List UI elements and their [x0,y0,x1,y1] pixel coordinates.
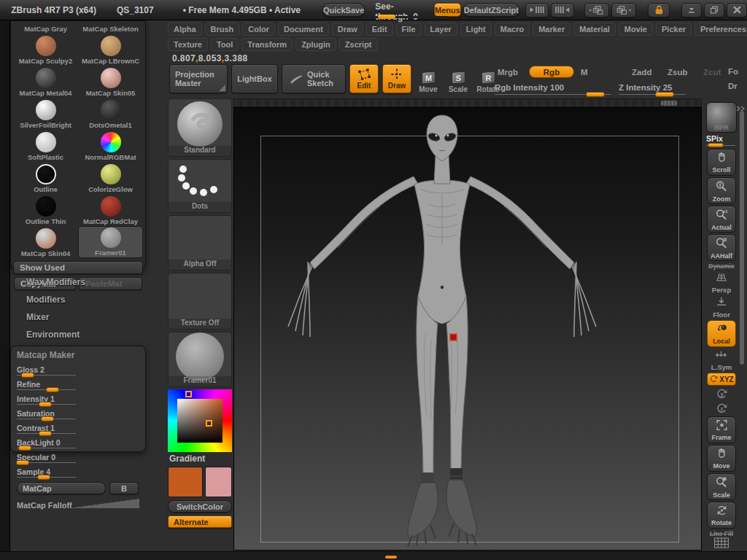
edit-mode-button[interactable]: Edit [349,64,379,93]
projection-master-button[interactable]: Projection Master [169,64,228,93]
menu-preferences[interactable]: Preferences [694,23,747,36]
rgb-button[interactable]: Rgb [529,66,574,78]
matcap-falloff-curve[interactable]: MatCap Falloff [17,498,139,510]
menu-picker[interactable]: Picker [656,23,692,36]
secondary-color-swatch[interactable] [205,467,232,497]
menu-marker[interactable]: Marker [533,23,570,36]
canvas-scroll-handle[interactable] [661,101,677,106]
material-dotsometal1[interactable]: DotsOmetal1 [78,98,143,130]
rgb-intensity-handle[interactable] [586,92,605,97]
b-button[interactable]: B [109,482,139,494]
mm-slider-handle[interactable] [37,475,50,480]
material-matcap-lbrownc[interactable]: MatCap LBrownC [78,34,143,66]
subpalette-modifiers[interactable]: Modifiers [26,295,85,312]
spix-handle[interactable] [708,143,724,147]
scale-mode-button[interactable]: S Scale [445,64,471,93]
mm-slider-saturation[interactable]: Saturation [17,406,76,421]
actual-button[interactable]: x1Actual [707,206,736,233]
material-matcap-skin04[interactable]: MatCap Skin04 [13,226,78,258]
lightbox-button[interactable]: LightBox [231,64,278,93]
material-softplastic[interactable]: SoftPlastic [13,130,78,162]
menu-macro[interactable]: Macro [495,23,530,36]
current-brush-thumbnail[interactable]: Standard [168,98,232,157]
alternate-button[interactable]: Alternate [168,516,232,528]
menu-layer[interactable]: Layer [425,23,457,36]
saturation-value-square[interactable] [177,399,222,443]
material-matcap-metal04[interactable]: MatCap Metal04 [13,66,78,98]
mm-slider-specular-0[interactable]: Specular 0 [17,450,76,464]
mm-slider-intensity-1[interactable]: Intensity 1 [17,392,76,406]
document-canvas[interactable] [233,107,702,551]
next-ui-layout-button[interactable] [611,3,636,18]
mm-slider-backlight-0[interactable]: BackLight 0 [17,435,76,450]
subpalette-environment[interactable]: Environment [26,330,85,347]
move-3d-button[interactable]: Move [707,445,736,472]
mm-slider-sample-4[interactable]: Sample 4 [17,464,76,479]
zadd-button[interactable]: Zadd [627,66,661,78]
material-normalrgbmat[interactable]: NormalRGBMat [78,130,143,162]
scale-3d-button[interactable]: Scale [707,473,736,500]
hue-marker[interactable] [185,391,192,397]
main-color-swatch[interactable] [168,467,203,497]
lock-icon[interactable] [648,3,670,18]
move-mode-button[interactable]: M Move [415,64,441,93]
zcut-button[interactable]: Zcut [699,66,729,78]
local-button[interactable]: Local [707,320,736,347]
bpr-button[interactable]: BPR [706,102,737,133]
matcap-button[interactable]: MatCap [17,482,106,494]
paste-mat-button[interactable]: PasteMat [79,277,142,290]
menu-light[interactable]: Light [460,23,492,36]
spin-z-icon[interactable]: z [715,402,729,415]
rgb-intensity-slider[interactable]: Rgb Intensity 100 [495,80,611,95]
lsym-button[interactable]: L.Sym [711,349,732,371]
stroke-type-thumbnail[interactable]: Dots [168,159,232,213]
subpalette-wax-modifiers[interactable]: Wax Modifiers [26,277,85,295]
current-material-thumbnail[interactable]: Framer01 [168,332,232,387]
quick-sketch-button[interactable]: Quick Sketch [282,64,346,93]
polygroup-marker[interactable] [450,334,457,341]
bottom-tray-handle[interactable] [385,556,397,559]
close-icon[interactable] [727,3,747,18]
right-scrollbar[interactable] [740,111,744,365]
zsub-button[interactable]: Zsub [663,66,697,78]
spix-slider[interactable]: SPix [706,134,737,147]
mm-slider-gloss-2[interactable]: Gloss 2 [17,362,76,377]
rotate-3d-button[interactable]: Rotate [707,502,736,529]
material-outline[interactable]: Outline [13,162,78,194]
material-silverfoilbright[interactable]: SilverFoilBright [13,98,78,130]
menu-zplugin[interactable]: Zplugin [295,38,336,51]
material-matcap-gray[interactable]: MatCap Gray [13,22,78,34]
alpha-thumbnail[interactable]: Alpha Off [168,215,232,271]
menu-color[interactable]: Color [242,23,275,36]
persp-button[interactable]: DynamicPersp [708,262,734,294]
alien-3d-model[interactable] [234,108,703,551]
frame-button[interactable]: Frame [707,416,736,443]
sv-marker[interactable] [206,420,212,427]
material-framer01[interactable]: Framer01 [78,226,143,258]
canvas-top-scrollbar[interactable] [233,98,702,107]
previous-ui-layout-button[interactable] [584,3,609,18]
menu-movie[interactable]: Movie [619,23,653,36]
spin-y-icon[interactable]: y [715,387,729,400]
menu-texture[interactable]: Texture [168,38,208,51]
menu-document[interactable]: Document [278,23,329,36]
slide-panel-left-button[interactable] [525,3,549,18]
show-used-button[interactable]: Show Used [13,261,143,274]
z-intensity-slider[interactable]: Z Intensity 25 [619,80,686,95]
aahalf-button[interactable]: AAHalf [707,234,736,261]
restore-window-button[interactable] [704,3,724,18]
menu-file[interactable]: File [396,23,422,36]
mrgb-button[interactable]: Mrgb [493,66,527,78]
material-colorizeglow[interactable]: ColorizeGlow [78,162,143,194]
material-matcap-skin05[interactable]: MatCap Skin05 [78,66,143,98]
z-intensity-handle[interactable] [655,92,674,97]
see-through-handle[interactable] [378,15,395,19]
zoom-button[interactable]: Zoom [707,177,736,204]
mm-slider-contrast-1[interactable]: Contrast 1 [17,421,76,435]
slide-panel-right-button[interactable] [551,3,574,18]
menu-material[interactable]: Material [573,23,616,36]
minimize-button[interactable] [681,3,702,18]
material-matcap-skeleton[interactable]: MatCap Skeleton [78,22,143,34]
menu-alpha[interactable]: Alpha [168,23,202,36]
menu-transform[interactable]: Transform [241,38,293,51]
